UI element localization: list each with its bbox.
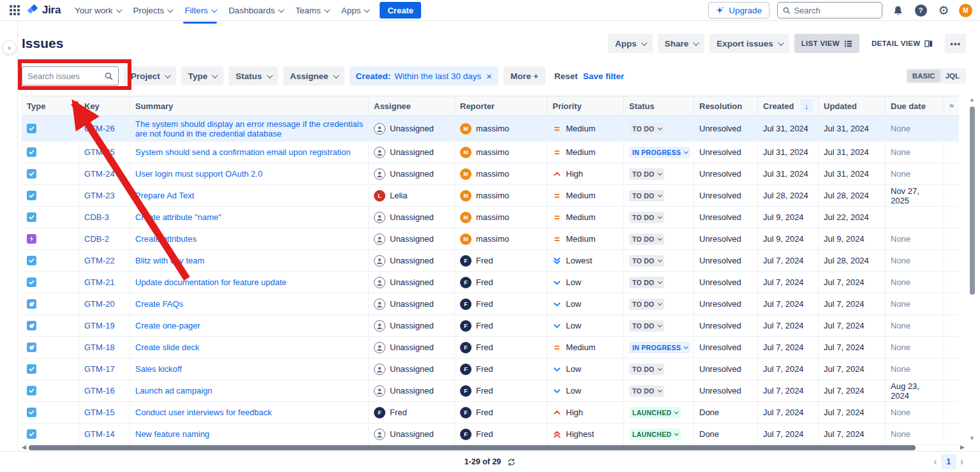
column-header-updated[interactable]: Updated xyxy=(819,96,886,115)
current-page-button[interactable]: 1 xyxy=(941,454,956,469)
issue-summary-link[interactable]: Blitz with dev team xyxy=(135,256,204,265)
assignee-cell[interactable]: Unassigned xyxy=(369,142,455,163)
issue-key-link[interactable]: GTM-15 xyxy=(84,408,115,417)
assignee-cell[interactable]: Unassigned xyxy=(369,424,455,445)
reporter-cell[interactable]: FFred xyxy=(455,293,547,314)
list-view-toggle[interactable]: LIST VIEW xyxy=(794,34,859,53)
sidebar-expand-button[interactable]: › xyxy=(2,40,17,55)
global-search-input[interactable] xyxy=(794,6,877,15)
issue-summary-link[interactable]: Create FAQs xyxy=(135,299,183,309)
nav-dashboards[interactable]: Dashboards xyxy=(222,0,289,21)
status-chip[interactable]: TO DO xyxy=(629,299,664,310)
scroll-right-icon[interactable]: ▶ xyxy=(960,445,965,450)
priority-cell[interactable]: Medium xyxy=(547,185,624,206)
table-row[interactable]: GTM-25System should send a confirmation … xyxy=(22,142,959,163)
table-row[interactable]: GTM-21Update documentation for feature u… xyxy=(22,272,959,293)
reporter-cell[interactable]: FFred xyxy=(455,402,547,423)
priority-cell[interactable]: High xyxy=(547,402,624,423)
table-row[interactable]: GTM-16Launch ad campaignUnassignedFFredL… xyxy=(22,380,959,402)
priority-cell[interactable]: Low xyxy=(547,315,624,336)
assignee-cell[interactable]: Unassigned xyxy=(369,163,455,184)
reporter-cell[interactable]: Mmassimo xyxy=(455,185,547,206)
status-chip[interactable]: TO DO xyxy=(629,385,664,397)
reporter-cell[interactable]: Mmassimo xyxy=(455,142,547,163)
status-chip[interactable]: TO DO xyxy=(629,255,664,267)
reporter-cell[interactable]: FFred xyxy=(455,337,547,358)
issue-summary-link[interactable]: User login must support OAuth 2.0 xyxy=(135,169,262,179)
status-chip[interactable]: TO DO xyxy=(629,212,664,223)
issue-key-link[interactable]: GTM-19 xyxy=(84,321,115,330)
app-switcher-icon[interactable] xyxy=(6,2,23,18)
close-icon[interactable]: × xyxy=(486,71,492,81)
priority-cell[interactable]: Low xyxy=(547,272,624,293)
vertical-scrollbar[interactable]: ▲ ▼ xyxy=(969,97,976,441)
issue-summary-link[interactable]: Create slide deck xyxy=(135,343,199,352)
priority-cell[interactable]: Medium xyxy=(547,142,624,163)
table-row[interactable]: GTM-15Conduct user interviews for feedba… xyxy=(22,402,959,424)
status-chip[interactable]: LAUNCHED xyxy=(629,407,681,418)
table-row[interactable]: GTM-18Create slide deckUnassignedFFredMe… xyxy=(22,337,959,358)
notifications-button[interactable] xyxy=(890,3,905,18)
share-button[interactable]: Share xyxy=(658,34,705,53)
status-chip[interactable]: TO DO xyxy=(629,190,664,202)
apps-button[interactable]: Apps xyxy=(608,34,653,53)
basic-mode-button[interactable]: BASIC xyxy=(907,70,940,82)
jql-mode-button[interactable]: JQL xyxy=(940,70,965,82)
issue-summary-link[interactable]: Conduct user interviews for feedback xyxy=(135,408,272,417)
reporter-cell[interactable]: FFred xyxy=(455,272,547,293)
issue-summary-link[interactable]: System should send a confirmation email … xyxy=(135,147,350,157)
priority-cell[interactable]: Low xyxy=(547,380,624,401)
assignee-cell[interactable]: Unassigned xyxy=(369,358,455,380)
assignee-cell[interactable]: Unassigned xyxy=(369,315,455,336)
refresh-icon[interactable] xyxy=(507,458,516,466)
reporter-cell[interactable]: FFred xyxy=(455,380,547,401)
issue-key-link[interactable]: GTM-18 xyxy=(84,343,115,352)
table-row[interactable]: GTM-26The system should display an error… xyxy=(22,116,959,142)
create-button[interactable]: Create xyxy=(380,2,420,18)
assignee-cell[interactable]: Unassigned xyxy=(369,250,455,271)
assignee-cell[interactable]: Unassigned xyxy=(369,272,455,293)
assignee-cell[interactable]: Unassigned xyxy=(369,380,455,401)
save-filter-button[interactable]: Save filter xyxy=(583,71,625,81)
issue-summary-link[interactable]: Create attributes xyxy=(135,234,197,244)
reporter-cell[interactable]: FFred xyxy=(455,358,547,380)
reporter-cell[interactable]: Mmassimo xyxy=(455,207,547,228)
filter-assignee-dropdown[interactable]: Assignee xyxy=(283,66,345,85)
reporter-cell[interactable]: FFred xyxy=(455,250,547,271)
table-row[interactable]: GTM-20Create FAQsUnassignedFFredLowTO DO… xyxy=(22,293,959,315)
status-chip[interactable]: IN PROGRESS xyxy=(629,147,690,158)
reporter-cell[interactable]: Mmassimo xyxy=(455,116,547,141)
status-chip[interactable]: TO DO xyxy=(629,168,664,180)
user-avatar[interactable]: M xyxy=(959,4,972,17)
column-config-button[interactable] xyxy=(944,96,959,115)
issue-key-link[interactable]: GTM-17 xyxy=(84,364,115,374)
column-header-assignee[interactable]: Assignee xyxy=(369,96,455,115)
priority-cell[interactable]: Lowest xyxy=(547,250,624,271)
assignee-cell[interactable]: Unassigned xyxy=(369,116,455,141)
reset-button[interactable]: Reset xyxy=(554,71,578,81)
issue-key-link[interactable]: GTM-26 xyxy=(84,124,115,133)
table-row[interactable]: GTM-23Prepare Ad TextLLeliaMmassimoMediu… xyxy=(22,185,959,207)
assignee-cell[interactable]: Unassigned xyxy=(369,207,455,228)
reporter-cell[interactable]: FFred xyxy=(455,424,547,445)
priority-cell[interactable]: Highest xyxy=(547,424,624,445)
nav-teams[interactable]: Teams xyxy=(289,0,335,21)
column-header-created[interactable]: Created ↓ xyxy=(758,96,819,115)
table-row[interactable]: GTM-22Blitz with dev teamUnassignedFFred… xyxy=(22,250,959,272)
column-header-due-date[interactable]: Due date xyxy=(886,96,944,115)
jira-logo[interactable]: Jira xyxy=(24,4,67,17)
priority-cell[interactable]: Medium xyxy=(547,228,624,249)
priority-cell[interactable]: Medium xyxy=(547,207,624,228)
horizontal-scroll-thumb[interactable] xyxy=(29,445,916,450)
table-row[interactable]: GTM-17Sales kickoffUnassignedFFredLowTO … xyxy=(22,358,959,380)
filter-more-button[interactable]: More + xyxy=(503,66,546,85)
column-header-reporter[interactable]: Reporter xyxy=(455,96,547,115)
priority-cell[interactable]: High xyxy=(547,163,624,184)
global-search[interactable] xyxy=(777,2,882,18)
table-row[interactable]: GTM-19Create one-pagerUnassignedFFredLow… xyxy=(22,315,959,337)
next-page-button[interactable]: › xyxy=(960,456,963,468)
scroll-up-icon[interactable]: ▲ xyxy=(969,97,975,103)
nav-apps[interactable]: Apps xyxy=(335,0,375,21)
status-chip[interactable]: TO DO xyxy=(629,277,664,288)
assignee-cell[interactable]: Unassigned xyxy=(369,228,455,249)
